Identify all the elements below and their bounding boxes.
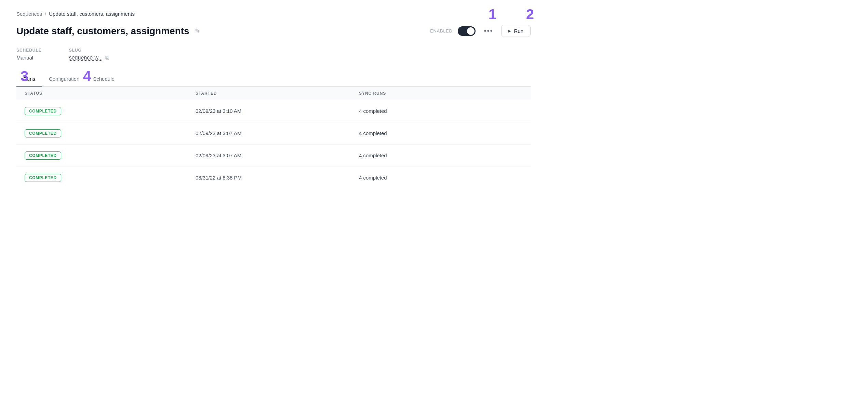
slug-label: SLUG: [69, 48, 109, 53]
slug-meta: SLUG sequence-w... ⧉: [69, 48, 109, 61]
page-header: Update staff, customers, assignments ✎ 1…: [16, 25, 531, 37]
annotation-2: 2: [526, 7, 534, 22]
status-badge: COMPLETED: [25, 174, 61, 182]
syncruns-cell: 4 completed: [359, 130, 522, 136]
more-options-button[interactable]: •••: [481, 26, 496, 36]
started-cell: 02/09/23 at 3:10 AM: [196, 108, 359, 114]
status-cell: COMPLETED: [25, 174, 196, 182]
started-cell: 02/09/23 at 3:07 AM: [196, 130, 359, 136]
run-label: Run: [514, 28, 523, 34]
copy-icon[interactable]: ⧉: [105, 55, 109, 61]
annotation-4: 4: [83, 69, 91, 83]
meta-section: SCHEDULE Manual SLUG sequence-w... ⧉: [16, 48, 531, 61]
edit-icon[interactable]: ✎: [195, 27, 200, 35]
annotation-3: 3: [21, 69, 28, 83]
tab-configuration[interactable]: Configuration: [42, 72, 86, 87]
started-cell: 08/31/22 at 8:38 PM: [196, 175, 359, 181]
status-cell: COMPLETED: [25, 107, 196, 115]
status-cell: COMPLETED: [25, 151, 196, 160]
breadcrumb-current: Update staff, customers, assignments: [49, 11, 135, 17]
toggle-track[interactable]: [458, 26, 476, 36]
started-cell: 02/09/23 at 3:07 AM: [196, 153, 359, 158]
tabs-container: Runs Configuration Schedule: [16, 72, 531, 87]
annotation-1: 1: [489, 7, 496, 22]
enabled-label: ENABLED: [430, 28, 452, 34]
breadcrumb: Sequences / Update staff, customers, ass…: [16, 11, 531, 17]
syncruns-cell: 4 completed: [359, 153, 522, 158]
schedule-value: Manual: [16, 55, 42, 61]
header-right: 1 2 ENABLED ••• ▶ Run: [430, 25, 531, 37]
syncruns-cell: 4 completed: [359, 175, 522, 181]
schedule-meta: SCHEDULE Manual: [16, 48, 42, 61]
col-status-header: STATUS: [25, 91, 196, 96]
table-header: STATUS STARTED SYNC RUNS: [16, 87, 531, 100]
status-badge: COMPLETED: [25, 107, 61, 115]
table-row[interactable]: COMPLETED 02/09/23 at 3:10 AM 4 complete…: [16, 100, 531, 122]
page-container: Sequences / Update staff, customers, ass…: [0, 0, 547, 200]
tabs: Runs Configuration Schedule: [16, 72, 531, 86]
runs-table: STATUS STARTED SYNC RUNS COMPLETED 02/09…: [16, 87, 531, 189]
breadcrumb-separator: /: [45, 11, 46, 17]
status-badge: COMPLETED: [25, 129, 61, 137]
schedule-label: SCHEDULE: [16, 48, 42, 53]
page-title: Update staff, customers, assignments: [16, 26, 189, 37]
syncruns-cell: 4 completed: [359, 108, 522, 114]
status-cell: COMPLETED: [25, 129, 196, 137]
col-syncruns-header: SYNC RUNS: [359, 91, 522, 96]
breadcrumb-parent[interactable]: Sequences: [16, 11, 42, 17]
table-row[interactable]: COMPLETED 02/09/23 at 3:07 AM 4 complete…: [16, 122, 531, 145]
tab-annotations: 3 4 Runs Configuration Schedule: [16, 72, 531, 87]
tab-schedule[interactable]: Schedule: [86, 72, 121, 87]
slug-text: sequence-w...: [69, 55, 103, 61]
status-badge: COMPLETED: [25, 151, 61, 160]
table-row[interactable]: COMPLETED 08/31/22 at 8:38 PM 4 complete…: [16, 167, 531, 189]
run-button[interactable]: ▶ Run: [501, 25, 531, 37]
table-row[interactable]: COMPLETED 02/09/23 at 3:07 AM 4 complete…: [16, 145, 531, 167]
slug-value-container: sequence-w... ⧉: [69, 55, 109, 61]
col-started-header: STARTED: [196, 91, 359, 96]
toggle-knob: [467, 27, 475, 35]
header-left: Update staff, customers, assignments ✎: [16, 26, 200, 37]
run-play-icon: ▶: [508, 29, 511, 33]
toggle-switch[interactable]: [458, 26, 476, 36]
